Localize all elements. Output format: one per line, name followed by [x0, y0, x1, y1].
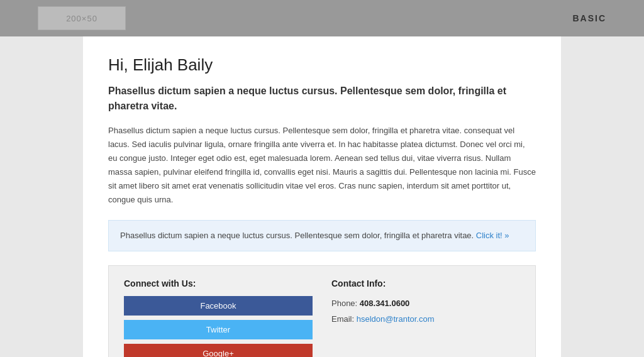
phone-line: Phone: 408.341.0600 — [331, 296, 520, 312]
greeting-heading: Hi, Elijah Baily — [108, 55, 536, 75]
callout-link[interactable]: Click it! » — [476, 231, 509, 240]
body-paragraph: Phasellus dictum sapien a neque luctus c… — [108, 124, 536, 207]
header: 200×50 BASIC — [0, 0, 644, 36]
callout-box: Phasellus dictum sapien a neque luctus c… — [108, 220, 536, 252]
contact-heading: Contact Info: — [331, 278, 520, 288]
nav-label: BASIC — [572, 13, 606, 23]
email-line: Email: hseldon@trantor.com — [331, 312, 520, 327]
email-link[interactable]: hseldon@trantor.com — [357, 314, 435, 324]
contact-section: Contact Info: Phone: 408.341.0600 Email:… — [331, 278, 520, 357]
connect-contact-section: Connect with Us: Facebook Twitter Google… — [108, 265, 536, 357]
phone-value: 408.341.0600 — [360, 299, 410, 308]
twitter-button[interactable]: Twitter — [124, 320, 313, 339]
header-logo: 200×50 — [38, 6, 126, 30]
callout-text: Phasellus dictum sapien a neque luctus c… — [120, 231, 474, 240]
subtitle-text: Phasellus dictum sapien a neque luctus c… — [108, 84, 536, 114]
googleplus-button[interactable]: Google+ — [124, 344, 313, 357]
email-label: Email: — [331, 314, 354, 324]
main-content: Hi, Elijah Baily Phasellus dictum sapien… — [83, 36, 561, 357]
facebook-button[interactable]: Facebook — [124, 296, 313, 316]
logo-text: 200×50 — [66, 14, 97, 23]
header-nav: BASIC — [572, 13, 606, 23]
phone-label: Phone: — [331, 299, 357, 308]
connect-section: Connect with Us: Facebook Twitter Google… — [124, 278, 313, 357]
connect-heading: Connect with Us: — [124, 278, 313, 288]
